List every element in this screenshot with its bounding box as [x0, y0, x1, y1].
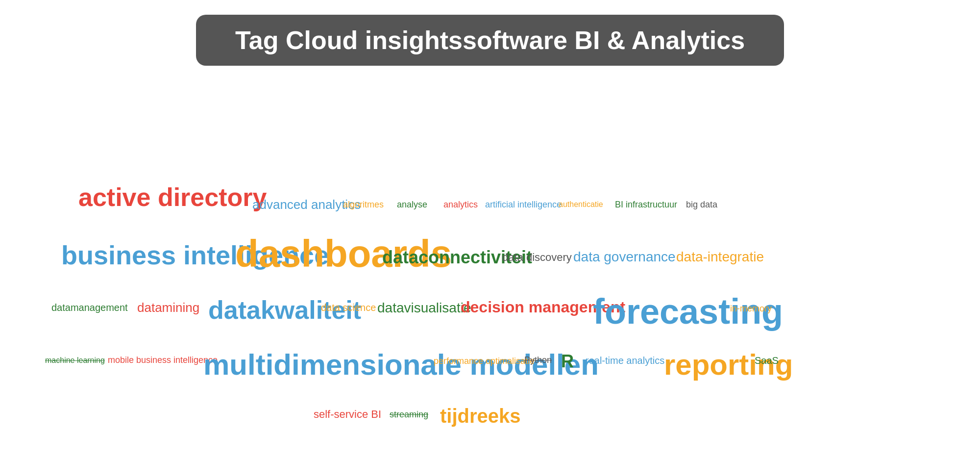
tag-item[interactable]: algoritmes: [343, 200, 384, 210]
tag-item[interactable]: data governance: [573, 249, 676, 265]
tag-item[interactable]: machine learning: [45, 356, 105, 365]
tag-item[interactable]: SaaS: [755, 355, 779, 366]
tag-item[interactable]: data-integratie: [676, 249, 764, 265]
tag-item[interactable]: datamanagement: [51, 302, 128, 313]
tag-item[interactable]: mobile business intelligence: [108, 355, 218, 365]
tag-item[interactable]: active directory: [78, 182, 267, 212]
title-box: Tag Cloud insightssoftware BI & Analytic…: [196, 15, 784, 66]
tag-item[interactable]: data discovery: [502, 251, 572, 264]
tag-item[interactable]: artificial intelligence: [485, 200, 562, 210]
tag-item[interactable]: datavisualisatie: [377, 300, 471, 316]
tag-item[interactable]: BI infrastructuur: [615, 200, 677, 210]
tag-item[interactable]: big data: [686, 200, 717, 210]
tag-item[interactable]: R: [561, 351, 574, 372]
tag-item[interactable]: datamining: [137, 300, 199, 315]
tag-item[interactable]: real-time analytics: [586, 355, 664, 366]
tag-item[interactable]: data science: [321, 302, 376, 313]
tag-item[interactable]: streaming: [390, 410, 428, 420]
page-container: Tag Cloud insightssoftware BI & Analytic…: [0, 0, 980, 462]
tag-item[interactable]: tijdreeks: [440, 405, 521, 427]
tag-item[interactable]: performance optimalisatie: [434, 356, 535, 366]
tag-item[interactable]: self-service BI: [314, 408, 381, 421]
tag-item[interactable]: analytics: [443, 200, 478, 210]
tag-cloud: active directoryadvanced analyticsalgori…: [24, 95, 956, 438]
tag-item[interactable]: analyse: [397, 200, 427, 210]
page-title: Tag Cloud insightssoftware BI & Analytic…: [235, 26, 745, 55]
tag-item[interactable]: Python: [524, 355, 552, 365]
tag-item[interactable]: authenticatie: [559, 200, 603, 209]
tag-item[interactable]: in-memory: [730, 304, 772, 314]
